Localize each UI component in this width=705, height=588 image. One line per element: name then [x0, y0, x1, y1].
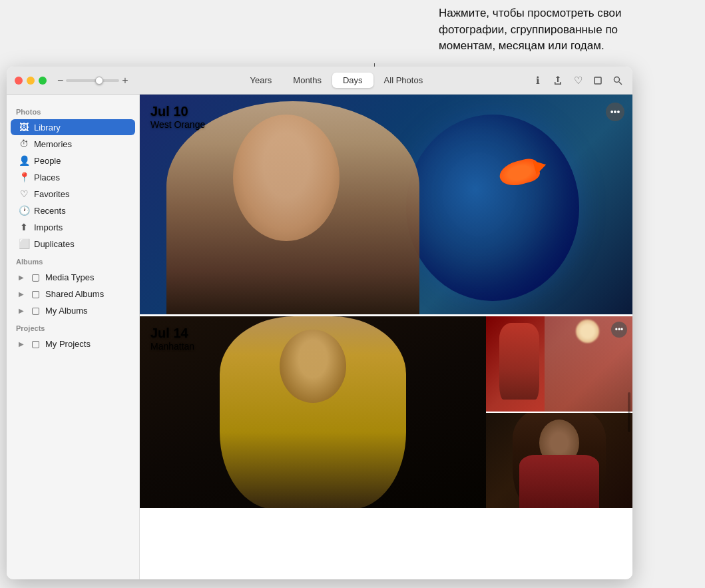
face-area [233, 115, 340, 241]
tab-days[interactable]: Days [332, 73, 373, 88]
blurred-face [576, 320, 599, 343]
group2-right-more-button[interactable]: ••• [611, 322, 627, 338]
sidebar-item-duplicates[interactable]: ⬜ Duplicates [11, 236, 135, 252]
photo-group-2-right-top[interactable]: ••• [486, 316, 632, 412]
window-body: Photos 🖼 Library ⏱ Memories 👤 People 📍 P… [7, 95, 632, 579]
share-icon[interactable] [551, 74, 565, 87]
maximize-button[interactable] [39, 77, 47, 85]
memories-icon: ⏱ [19, 139, 29, 149]
sidebar: Photos 🖼 Library ⏱ Memories 👤 People 📍 P… [7, 95, 140, 579]
sidebar-item-media-types[interactable]: ▶ ▢ Media Types [11, 269, 135, 285]
tab-months[interactable]: Months [282, 73, 332, 88]
group1-header: Jul 10 West Orange [150, 104, 205, 130]
sidebar-section-projects-label: Projects [7, 319, 139, 335]
sidebar-item-memories[interactable]: ⏱ Memories [11, 136, 135, 152]
photo-group-1[interactable]: Jul 10 West Orange ••• [140, 95, 632, 314]
photo-group-2[interactable]: Jul 14 Manhattan [140, 315, 632, 508]
sidebar-item-places[interactable]: 📍 Places [11, 169, 135, 185]
main-window: − + Years Months Days All Photos [7, 67, 632, 579]
sidebar-item-favorites[interactable]: ♡ Favorites [11, 186, 135, 202]
imports-icon: ⬆ [19, 222, 29, 232]
search-icon[interactable] [611, 74, 624, 87]
person-red [499, 323, 539, 400]
media-types-icon: ▢ [30, 272, 41, 282]
group2-header: Jul 14 Manhattan [150, 326, 194, 352]
callout-top: Нажмите, чтобы просмотреть свои фотограф… [439, 0, 665, 55]
photo-group-2-right: ••• [486, 316, 632, 508]
my-projects-icon: ▢ [30, 338, 41, 349]
sidebar-item-imports[interactable]: ⬆ Imports [11, 219, 135, 235]
sidebar-item-my-albums[interactable]: ▶ ▢ My Albums [11, 302, 135, 318]
my-albums-icon: ▢ [30, 305, 41, 316]
minimize-button[interactable] [27, 77, 35, 85]
tab-years[interactable]: Years [240, 73, 283, 88]
clothing-dark [519, 455, 599, 508]
expand-icon-media-types: ▶ [19, 274, 24, 281]
group1-more-button[interactable]: ••• [606, 103, 624, 121]
expand-icon-my-albums: ▶ [19, 307, 24, 314]
svg-line-2 [619, 82, 622, 85]
scroll-indicator [628, 392, 630, 432]
places-icon: 📍 [19, 172, 29, 182]
photo-group-1-bg [140, 95, 632, 314]
info-icon[interactable]: ℹ [531, 74, 545, 87]
nav-tabs: Years Months Days All Photos [144, 73, 529, 88]
svg-point-1 [614, 77, 620, 82]
recents-icon: 🕐 [19, 205, 29, 216]
face-person-yellow [280, 330, 346, 403]
sidebar-item-my-projects[interactable]: ▶ ▢ My Projects [11, 336, 135, 352]
toolbar-controls: − + Years Months Days All Photos [57, 73, 624, 88]
zoom-slider-track[interactable] [66, 79, 119, 82]
photo-group-2-left[interactable]: Jul 14 Manhattan [140, 316, 486, 508]
zoom-out-button[interactable]: − [57, 75, 63, 87]
favorites-icon: ♡ [19, 188, 29, 199]
sidebar-item-people[interactable]: 👤 People [11, 152, 135, 168]
zoom-slider-thumb[interactable] [95, 77, 103, 85]
photo-group-2-right-bottom[interactable] [486, 413, 632, 508]
library-icon: 🖼 [19, 122, 29, 133]
sidebar-section-photos-label: Photos [7, 103, 139, 119]
zoom-slider-container: − + [57, 75, 128, 87]
expand-icon-my-projects: ▶ [19, 340, 24, 348]
close-button[interactable] [15, 77, 23, 85]
shared-albums-icon: ▢ [30, 288, 41, 299]
svg-rect-0 [594, 77, 601, 84]
sidebar-item-library[interactable]: 🖼 Library [11, 119, 135, 135]
toolbar-icons: ℹ ♡ [531, 74, 624, 87]
sidebar-item-shared-albums[interactable]: ▶ ▢ Shared Albums [11, 286, 135, 302]
duplicates-icon: ⬜ [19, 238, 29, 249]
rotate-icon[interactable] [591, 74, 604, 87]
sidebar-section-albums-label: Albums [7, 252, 139, 268]
people-icon: 👤 [19, 155, 29, 166]
traffic-lights [15, 77, 47, 85]
zoom-in-button[interactable]: + [122, 75, 128, 87]
main-content[interactable]: Jul 10 West Orange ••• [140, 95, 632, 579]
expand-icon-shared-albums: ▶ [19, 290, 24, 298]
titlebar: − + Years Months Days All Photos [7, 67, 632, 95]
fish-bowl-decoration [406, 115, 579, 301]
tab-all-photos[interactable]: All Photos [373, 73, 434, 88]
sidebar-item-recents[interactable]: 🕐 Recents [11, 202, 135, 218]
favorite-icon[interactable]: ♡ [571, 74, 585, 87]
